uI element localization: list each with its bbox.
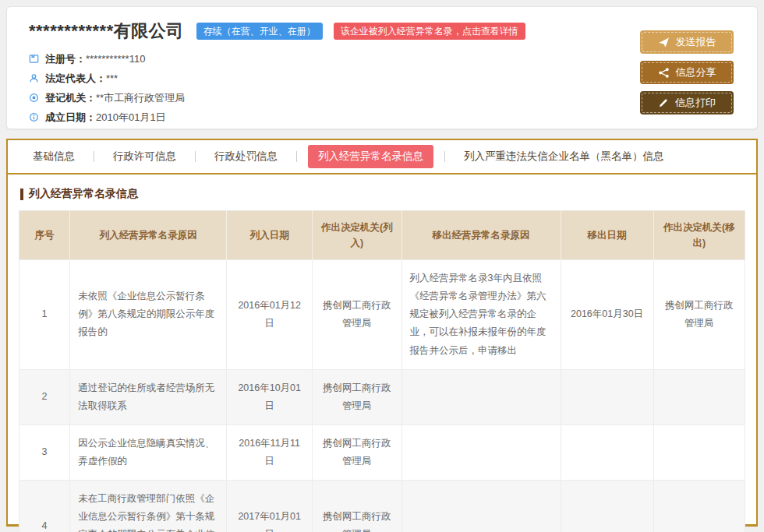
company-info-list: 注册号： ***********110 法定代表人： *** 登记机关： **市… <box>29 49 735 127</box>
table-cell: 未在工商行政管理部门依照《企业信息公示暂行条例》第十条规定责令的期限内公示有关企… <box>70 481 227 532</box>
main-panel: 基础信息行政许可信息行政处罚信息列入经营异常名录信息列入严重违法失信企业名单（黑… <box>6 139 758 527</box>
table-header-cell: 列入经营异常名录原因 <box>70 211 227 260</box>
table-row: 1未依照《企业信息公示暂行条例》第八条规定的期限公示年度报告的2016年01月1… <box>19 260 745 370</box>
table-cell: 2017年01月01日 <box>227 481 313 532</box>
table-cell: 携创网工商行政管理局 <box>653 260 745 370</box>
pencil-icon <box>658 97 669 108</box>
table-cell <box>561 481 653 532</box>
table-cell: 未依照《企业信息公示暂行条例》第八条规定的期限公示年度报告的 <box>70 260 227 370</box>
table-cell: 携创网工商行政管理局 <box>313 260 402 370</box>
table-cell <box>401 481 561 532</box>
tab-separator <box>296 151 297 162</box>
table-header-cell: 移出日期 <box>561 211 653 260</box>
certificate-icon <box>29 54 45 64</box>
panel-content: 列入经营异常名录信息 序号列入经营异常名录原因列入日期作出决定机关(列入)移出经… <box>8 174 756 532</box>
table-cell <box>561 425 653 480</box>
tab-admin-license-info[interactable]: 行政许可信息 <box>94 150 195 164</box>
table-cell <box>653 369 745 425</box>
table-cell: 携创网工商行政管理局 <box>313 425 402 480</box>
tab-admin-penalty-info[interactable]: 行政处罚信息 <box>196 150 296 164</box>
table-header-cell: 作出决定机关(列入) <box>313 211 402 260</box>
share-info-button[interactable]: 信息分享 <box>640 61 734 84</box>
table-cell: 2016年01月12日 <box>227 260 313 370</box>
table-cell: 1 <box>19 260 70 370</box>
table-cell <box>653 481 745 532</box>
registration-number-row: 注册号： ***********110 <box>29 49 735 69</box>
table-cell: 3 <box>19 425 70 480</box>
tab-bar: 基础信息行政许可信息行政处罚信息列入经营异常名录信息列入严重违法失信企业名单（黑… <box>8 140 756 174</box>
location-icon <box>29 93 45 103</box>
table-cell: 2016年10月01日 <box>227 369 313 425</box>
table-header-cell: 作出决定机关(移出) <box>653 211 745 260</box>
table-cell: 4 <box>19 481 70 532</box>
table-cell <box>561 369 653 425</box>
table-cell: 携创网工商行政管理局 <box>313 481 402 532</box>
table-header-cell: 列入日期 <box>227 211 313 260</box>
table-cell: 列入经营异常名录3年内且依照《经营异常名录管理办法》第六规定被列入经营异常名录的… <box>401 260 561 370</box>
section-title: 列入经营异常名录信息 <box>20 187 744 201</box>
table-cell: 2016年11月11日 <box>227 425 313 480</box>
table-row: 4未在工商行政管理部门依照《企业信息公示暂行条例》第十条规定责令的期限内公示有关… <box>19 481 745 532</box>
abnormal-operations-table: 序号列入经营异常名录原因列入日期作出决定机关(列入)移出经营异常名录原因移出日期… <box>19 210 745 532</box>
print-info-button[interactable]: 信息打印 <box>640 91 734 115</box>
table-cell: 通过登记的住所或者经营场所无法取得联系 <box>70 369 227 425</box>
page: ************有限公司 存续（在营、开业、在册） 该企业被列入经营异常… <box>0 0 764 532</box>
person-icon <box>29 73 45 83</box>
table-row: 2通过登记的住所或者经营场所无法取得联系2016年10月01日携创网工商行政管理… <box>19 369 745 425</box>
company-header-card: ************有限公司 存续（在营、开业、在册） 该企业被列入经营异常… <box>6 6 758 129</box>
tab-basic-info[interactable]: 基础信息 <box>14 150 94 164</box>
share-icon <box>658 67 670 79</box>
section-title-text: 列入经营异常名录信息 <box>29 187 138 201</box>
header-action-buttons: 发送报告 信息分享 信息打印 <box>640 30 734 115</box>
tab-serious-violations-blacklist[interactable]: 列入严重违法失信企业名单（黑名单）信息 <box>445 150 683 164</box>
table-header-cell: 移出经营异常名录原因 <box>401 211 561 260</box>
company-title-row: ************有限公司 存续（在营、开业、在册） 该企业被列入经营异常… <box>29 19 735 43</box>
table-cell <box>401 425 561 480</box>
company-name: ************有限公司 <box>29 19 184 43</box>
establishment-date-row: 成立日期： 2010年01月1日 <box>29 107 735 127</box>
table-cell: 2016年01月30日 <box>561 260 653 370</box>
send-report-button[interactable]: 发送报告 <box>640 30 734 54</box>
table-cell <box>653 425 745 480</box>
paper-plane-icon <box>658 37 670 48</box>
table-cell: 2 <box>19 369 70 425</box>
info-icon <box>29 112 45 122</box>
status-badge: 存续（在营、开业、在册） <box>196 23 323 40</box>
registration-authority-row: 登记机关： **市工商行政管理局 <box>29 88 735 107</box>
table-header-cell: 序号 <box>19 211 70 260</box>
table-cell <box>401 369 561 425</box>
tab-abnormal-operations-info[interactable]: 列入经营异常名录信息 <box>308 145 433 168</box>
table-cell: 因公示企业信息隐瞒真实情况、弄虚作假的 <box>70 425 227 480</box>
abnormal-alert-badge[interactable]: 该企业被列入经营异常名录，点击查看详情 <box>334 23 525 40</box>
section-title-bar-icon <box>20 188 23 200</box>
table-row: 3因公示企业信息隐瞒真实情况、弄虚作假的2016年11月11日携创网工商行政管理… <box>19 425 745 480</box>
legal-representative-row: 法定代表人： *** <box>29 69 735 88</box>
table-header-row: 序号列入经营异常名录原因列入日期作出决定机关(列入)移出经营异常名录原因移出日期… <box>19 211 745 260</box>
table-cell: 携创网工商行政管理局 <box>313 369 402 425</box>
